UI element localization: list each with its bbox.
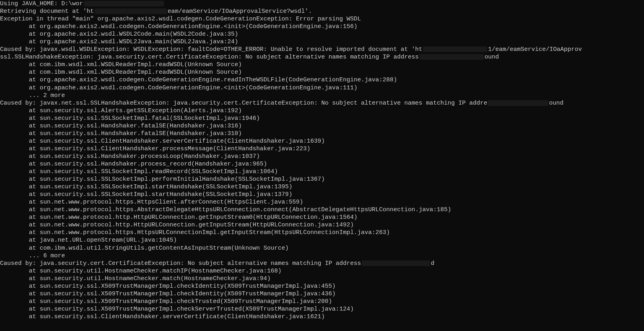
terminal-line: at java.net.URL.openStream(URL.java:1045… [0,236,644,244]
terminal-line: at sun.security.ssl.ClientHandshaker.ser… [0,313,644,321]
redacted-block [362,260,430,266]
terminal-line: Caused by: javax.net.ssl.SSLHandshakeExc… [0,99,644,107]
terminal-line: at sun.security.ssl.SSLSocketImpl.readRe… [0,168,644,176]
terminal-line: at sun.security.ssl.Handshaker.processLo… [0,153,644,160]
terminal-line: at com.ibm.wsdl.xml.WSDLReaderImpl.readW… [0,61,644,69]
terminal-line: Exception in thread "main" org.apache.ax… [0,15,644,23]
terminal-line: at sun.net.www.protocol.https.AbstractDe… [0,206,644,214]
terminal-line: ... 2 more [0,92,644,99]
terminal-line: Caused by: java.security.cert.Certificat… [0,260,644,267]
terminal-line: Retrieving document at 'hteam/eamService… [0,8,644,15]
terminal-line: at org.apache.axis2.wsdl.codegen.CodeGen… [0,76,644,84]
terminal-line: Caused by: javax.wsdl.WSDLException: WSD… [0,46,644,53]
terminal-line: at sun.security.ssl.ClientHandshaker.pro… [0,145,644,153]
terminal-line: ssl.SSLHandshakeException: java.security… [0,53,644,61]
terminal-line: at sun.net.www.protocol.https.HttpsURLCo… [0,229,644,236]
terminal-line: at sun.security.ssl.Handshaker.fatalSE(H… [0,130,644,137]
terminal-line: at com.ibm.wsdl.util.StringUtils.getCont… [0,244,644,252]
terminal-line: at sun.security.ssl.SSLSocketImpl.startH… [0,191,644,198]
terminal-line: at sun.net.www.protocol.http.HttpURLConn… [0,214,644,221]
terminal-line: at sun.security.ssl.SSLSocketImpl.fatal(… [0,115,644,122]
redacted-block [95,8,167,14]
terminal-line: at sun.security.ssl.Handshaker.fatalSE(H… [0,122,644,130]
terminal-line: at sun.security.ssl.Alerts.getSSLExcepti… [0,107,644,115]
terminal-line: at sun.security.ssl.Handshaker.process_r… [0,160,644,168]
terminal-line: at sun.net.www.protocol.https.HttpsClien… [0,198,644,206]
terminal-line: at sun.security.ssl.X509TrustManagerImpl… [0,283,644,290]
terminal-line: at org.apache.axis2.wsdl.codegen.CodeGen… [0,23,644,30]
redacted-block [419,54,484,60]
terminal-output[interactable]: Using JAVA_HOME: D:\worRetrieving docume… [0,0,644,321]
redacted-block [423,46,487,52]
terminal-line: at sun.security.ssl.X509TrustManagerImpl… [0,298,644,305]
terminal-line: at sun.security.util.HostnameChecker.mat… [0,275,644,283]
terminal-line: at org.apache.axis2.wsdl.WSDL2Code.main(… [0,30,644,38]
terminal-line: at sun.security.ssl.X509TrustManagerImpl… [0,305,644,313]
terminal-line: at sun.security.ssl.ClientHandshaker.ser… [0,137,644,145]
terminal-line: ... 6 more [0,252,644,260]
terminal-line: at sun.security.ssl.SSLSocketImpl.startH… [0,183,644,191]
terminal-line: at sun.net.www.protocol.http.HttpURLConn… [0,221,644,229]
terminal-line: at sun.security.ssl.SSLSocketImpl.perfor… [0,176,644,183]
terminal-line: at org.apache.axis2.wsdl.codegen.CodeGen… [0,84,644,92]
terminal-line: at org.apache.axis2.wsdl.WSDL2Java.main(… [0,38,644,46]
terminal-line: at sun.security.util.HostnameChecker.mat… [0,267,644,275]
terminal-line: at sun.security.ssl.X509TrustManagerImpl… [0,290,644,298]
terminal-line: Using JAVA_HOME: D:\wor [0,0,644,8]
redacted-block [488,100,548,106]
redacted-block [84,1,164,6]
terminal-line: at com.ibm.wsdl.xml.WSDLReaderImpl.readW… [0,69,644,76]
